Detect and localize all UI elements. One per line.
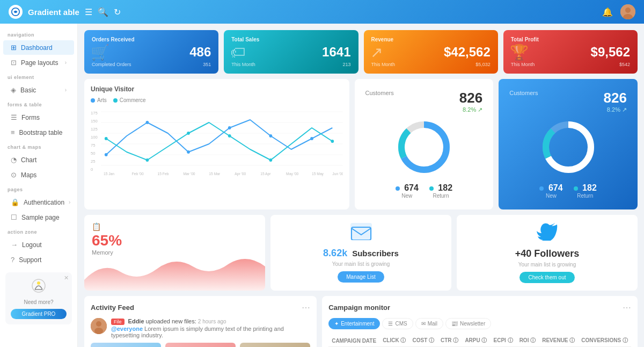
svg-point-41 bbox=[269, 158, 272, 162]
promo-close-button[interactable]: ✕ bbox=[64, 274, 69, 281]
customers-white-card: Customers 826 8.2% ↗ bbox=[355, 79, 494, 209]
donut-chart-blue bbox=[539, 118, 598, 177]
sidebar-item-dashboard[interactable]: ⊞ Dashboard bbox=[3, 40, 74, 55]
svg-point-31 bbox=[105, 153, 108, 156]
stat-sub-value: $5,032 bbox=[475, 62, 491, 67]
campaign-table: CAMPAIGN DATE CLICK ⓘ COST ⓘ CTR ⓘ ARPU … bbox=[328, 335, 631, 347]
stat-title: Total Profit bbox=[511, 37, 630, 42]
stat-sub-value: 351 bbox=[203, 62, 211, 67]
svg-text:50: 50 bbox=[91, 151, 96, 156]
sample-page-icon: ☐ bbox=[11, 213, 17, 221]
sidebar-item-maps[interactable]: ⊙ Maps bbox=[3, 168, 74, 182]
return-dot bbox=[429, 186, 434, 191]
sidebar-item-sample-page[interactable]: ☐ Sample page bbox=[3, 210, 74, 225]
sidebar-item-page-layouts[interactable]: ⊡ Page layouts › bbox=[3, 55, 74, 70]
svg-point-42 bbox=[331, 140, 334, 143]
customers-value-blue: 826 bbox=[604, 90, 627, 106]
sidebar-section-charts: chart & maps bbox=[0, 140, 77, 152]
check-them-out-button[interactable]: Check them out bbox=[519, 272, 574, 283]
svg-point-38 bbox=[146, 158, 149, 162]
chevron-right-icon: › bbox=[65, 87, 67, 93]
svg-text:Feb '00: Feb '00 bbox=[132, 172, 144, 176]
activity-time: 2 hours ago bbox=[198, 319, 226, 324]
charts-row: Unique Visitor Arts Commerce 175 bbox=[84, 79, 638, 209]
microphone-image: 🎤 bbox=[240, 343, 310, 347]
search-icon[interactable]: 🔍 bbox=[98, 7, 108, 17]
tab-entertainment[interactable]: ✦ Entertainment bbox=[328, 318, 380, 329]
sidebar-item-label: Page layouts bbox=[21, 59, 58, 67]
app-name: Gradient able bbox=[28, 8, 79, 17]
activity-header: Activity Feed ⋯ bbox=[91, 302, 310, 313]
sidebar-item-chart[interactable]: ◔ Chart bbox=[3, 153, 74, 167]
chart-icon: ◔ bbox=[11, 156, 17, 164]
tag-icon: 🏷 bbox=[230, 43, 245, 61]
activity-menu-icon[interactable]: ⋯ bbox=[302, 302, 310, 313]
sidebar-section-navigation: navigation bbox=[0, 28, 77, 40]
chevron-right-icon: › bbox=[69, 199, 70, 205]
svg-text:15 Apr: 15 Apr bbox=[260, 172, 271, 176]
campaign-menu-icon[interactable]: ⋯ bbox=[623, 302, 631, 313]
promo-button[interactable]: Gradient PRO bbox=[11, 309, 67, 319]
stat-title: Total Sales bbox=[231, 37, 350, 42]
topbar-right: 🔔 bbox=[602, 4, 635, 19]
page-layouts-icon: ⊡ bbox=[11, 59, 17, 67]
sidebar-item-basic[interactable]: ◈ Basic › bbox=[3, 83, 74, 97]
svg-point-33 bbox=[187, 150, 190, 154]
activity-feed-card: Activity Feed ⋯ File Eddie uploaded new … bbox=[84, 296, 317, 347]
twitter-icon bbox=[537, 222, 558, 245]
twitter-count: +40 Followers bbox=[515, 248, 580, 259]
campaign-header: Campaign monitor ⋯ bbox=[328, 302, 631, 313]
hamburger-icon[interactable]: ☰ bbox=[85, 7, 92, 17]
stat-sub-value: $542 bbox=[619, 62, 630, 67]
avatar[interactable] bbox=[620, 4, 635, 19]
refresh-icon[interactable]: ↻ bbox=[114, 7, 121, 17]
svg-point-36 bbox=[310, 137, 313, 140]
return-dot-blue bbox=[574, 186, 578, 191]
sidebar: navigation ⊞ Dashboard ⊡ Page layouts › … bbox=[0, 24, 78, 347]
dashboard-icon: ⊞ bbox=[11, 44, 17, 52]
cart-icon: 🛒 bbox=[91, 43, 109, 61]
col-revenue: REVENUE ⓘ bbox=[539, 335, 578, 347]
svg-text:125: 125 bbox=[91, 127, 98, 132]
bell-icon[interactable]: 🔔 bbox=[602, 7, 613, 17]
manage-list-button[interactable]: Manage List bbox=[338, 271, 384, 283]
col-conversions: CONVERSIONS ⓘ bbox=[578, 335, 631, 347]
sidebar-item-forms[interactable]: ☰ Forms bbox=[3, 110, 74, 125]
stat-sub-label: This Month bbox=[511, 62, 535, 67]
stat-sub: This Month $542 bbox=[511, 62, 630, 67]
legend-arts: Arts bbox=[91, 97, 107, 103]
col-ctr: CTR ⓘ bbox=[437, 335, 462, 347]
svg-text:175: 175 bbox=[91, 111, 98, 115]
trophy-icon: 🏆 bbox=[510, 43, 529, 61]
activity-user: Eddie bbox=[128, 318, 144, 324]
sidebar-item-support[interactable]: ? Support bbox=[3, 252, 74, 267]
col-roi: ROI ⓘ bbox=[516, 335, 539, 347]
sidebar-item-authentication[interactable]: 🔒 Authentication › bbox=[3, 195, 74, 209]
sidebar-item-label: Dashboard bbox=[21, 44, 53, 52]
stat-card-orders: Orders Received 🛒 486 Completed Orders 3… bbox=[84, 30, 218, 74]
unique-visitor-card: Unique Visitor Arts Commerce 175 bbox=[84, 79, 349, 209]
svg-text:May '00: May '00 bbox=[286, 172, 298, 176]
promo-icon bbox=[11, 278, 67, 297]
sidebar-item-label: Authentication bbox=[24, 199, 64, 206]
sidebar-item-bootstrap-table[interactable]: ≡ Bootstrap table bbox=[3, 125, 74, 140]
stat-value: 486 bbox=[92, 45, 211, 60]
tab-cms[interactable]: ☰ CMS bbox=[382, 318, 413, 329]
promo-text: Need more? bbox=[11, 299, 67, 305]
activity-content: File Eddie uploaded new files: 2 hours a… bbox=[111, 318, 310, 338]
sidebar-item-logout[interactable]: → Logout bbox=[3, 237, 74, 252]
stat-sub-label: This Month bbox=[371, 62, 396, 67]
memory-card: 📋 65% Memory bbox=[84, 215, 265, 291]
stats-row: Orders Received 🛒 486 Completed Orders 3… bbox=[84, 30, 638, 74]
stat-title: Orders Received bbox=[92, 37, 211, 42]
activity-action: uploaded new files: bbox=[146, 318, 198, 324]
chevron-right-icon: › bbox=[65, 60, 67, 66]
tab-mail[interactable]: ✉ Mail bbox=[415, 318, 443, 329]
logo-icon bbox=[9, 5, 23, 19]
stat-sub-label: This Month bbox=[231, 62, 255, 67]
sidebar-section-forms: forms & table bbox=[0, 98, 77, 110]
stat-sub: This Month 213 bbox=[231, 62, 350, 67]
legend-commerce: Commerce bbox=[113, 97, 146, 103]
tab-newsletter[interactable]: 📰 Newsletter bbox=[445, 318, 491, 329]
campaign-title: Campaign monitor bbox=[328, 303, 390, 312]
